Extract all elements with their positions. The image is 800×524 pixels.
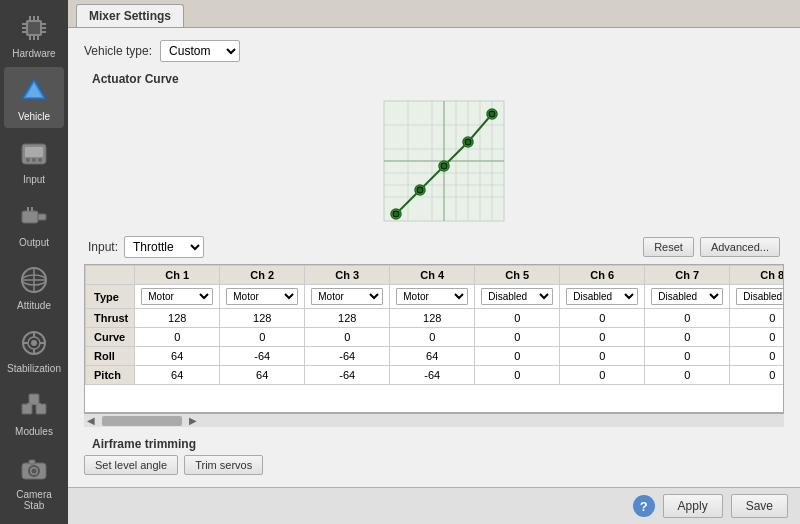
type-ch5[interactable]: MotorServoDisabled: [475, 285, 560, 309]
thrust-ch2: 128: [220, 309, 305, 328]
type-ch3[interactable]: MotorServoDisabled: [305, 285, 390, 309]
sidebar: Hardware Vehicle Input: [0, 0, 68, 524]
input-select[interactable]: Throttle Roll Pitch Yaw: [124, 236, 204, 258]
col-header-ch8: Ch 8: [730, 266, 784, 285]
airframe-title: Airframe trimming: [84, 437, 784, 451]
tab-bar: Mixer Settings: [68, 0, 800, 28]
scroll-left-arrow[interactable]: ◀: [84, 415, 98, 426]
type-ch4[interactable]: MotorServoDisabled: [390, 285, 475, 309]
svg-point-43: [32, 469, 37, 474]
roll-ch4: 64: [390, 347, 475, 366]
main-content: Mixer Settings Vehicle type: Custom Fixe…: [68, 0, 800, 524]
thrust-ch4: 128: [390, 309, 475, 328]
set-level-angle-button[interactable]: Set level angle: [84, 455, 178, 475]
svg-rect-21: [22, 211, 38, 223]
type-ch1[interactable]: MotorServoDisabled: [135, 285, 220, 309]
svg-point-35: [31, 340, 37, 346]
thrust-ch7: 0: [645, 309, 730, 328]
tab-mixer-settings[interactable]: Mixer Settings: [76, 4, 184, 27]
roll-ch3: -64: [305, 347, 390, 366]
svg-rect-22: [38, 214, 46, 220]
sidebar-item-output-label: Output: [19, 237, 49, 248]
curve-ch1: 0: [135, 328, 220, 347]
svg-rect-17: [25, 147, 43, 157]
table-wrapper: Ch 1 Ch 2 Ch 3 Ch 4 Ch 5 Ch 6 Ch 7 Ch 8 …: [84, 264, 784, 413]
col-header-ch6: Ch 6: [560, 266, 645, 285]
sidebar-item-vehicle[interactable]: Vehicle: [4, 67, 64, 128]
svg-rect-44: [29, 460, 35, 464]
table-row-thrust: Thrust 128 128 128 128 0 0 0 0 0 0: [86, 309, 785, 328]
input-row: Input: Throttle Roll Pitch Yaw Reset Adv…: [84, 236, 784, 258]
input-icon: [16, 136, 52, 172]
svg-point-62: [393, 211, 399, 217]
scroll-thumb[interactable]: [102, 416, 182, 426]
curve-ch5: 0: [475, 328, 560, 347]
svg-point-19: [32, 158, 36, 162]
scroll-right-arrow[interactable]: ▶: [186, 415, 200, 426]
apply-button[interactable]: Apply: [663, 494, 723, 518]
output-icon: [16, 199, 52, 235]
input-row-left: Input: Throttle Roll Pitch Yaw: [88, 236, 204, 258]
col-header-ch4: Ch 4: [390, 266, 475, 285]
sidebar-item-camera-stab[interactable]: Camera Stab: [4, 445, 64, 517]
type-ch8[interactable]: MotorServoDisabled: [730, 285, 784, 309]
curve-ch8: 0: [730, 328, 784, 347]
curve-ch7: 0: [645, 328, 730, 347]
table-row-type: Type MotorServoDisabled MotorServoDisabl…: [86, 285, 785, 309]
sidebar-item-input[interactable]: Input: [4, 130, 64, 191]
svg-rect-37: [36, 404, 46, 414]
modules-icon: [16, 388, 52, 424]
col-header-ch5: Ch 5: [475, 266, 560, 285]
row-label-curve: Curve: [86, 328, 135, 347]
sidebar-item-modules[interactable]: Modules: [4, 382, 64, 443]
row-label-type: Type: [86, 285, 135, 309]
sidebar-item-hardware[interactable]: Hardware: [4, 4, 64, 65]
svg-point-64: [417, 187, 423, 193]
roll-ch7: 0: [645, 347, 730, 366]
actuator-section: Actuator Curve: [76, 72, 792, 258]
vehicle-type-select[interactable]: Custom FixedWing Quadrotor Hexarotor: [160, 40, 240, 62]
stabilization-icon: [16, 325, 52, 361]
trim-servos-button[interactable]: Trim servos: [184, 455, 263, 475]
help-button[interactable]: ?: [633, 495, 655, 517]
pitch-ch4: -64: [390, 366, 475, 385]
thrust-ch5: 0: [475, 309, 560, 328]
pitch-ch2: 64: [220, 366, 305, 385]
sidebar-item-camera-stab-label: Camera Stab: [8, 489, 60, 511]
row-label-pitch: Pitch: [86, 366, 135, 385]
sidebar-item-attitude-label: Attitude: [17, 300, 51, 311]
type-ch6[interactable]: MotorServoDisabled: [560, 285, 645, 309]
pitch-ch7: 0: [645, 366, 730, 385]
save-button[interactable]: Save: [731, 494, 788, 518]
advanced-button[interactable]: Advanced...: [700, 237, 780, 257]
table-row-pitch: Pitch 64 64 -64 -64 0 0 0 0 0 0: [86, 366, 785, 385]
pitch-ch1: 64: [135, 366, 220, 385]
horizontal-scrollbar[interactable]: ◀ ▶: [84, 413, 784, 427]
thrust-ch6: 0: [560, 309, 645, 328]
svg-point-66: [441, 163, 447, 169]
reset-button[interactable]: Reset: [643, 237, 694, 257]
camera-icon: [16, 451, 52, 487]
sidebar-item-modules-label: Modules: [15, 426, 53, 437]
sidebar-item-attitude[interactable]: Attitude: [4, 256, 64, 317]
roll-ch1: 64: [135, 347, 220, 366]
chip-icon: [16, 10, 52, 46]
sidebar-item-stabilization[interactable]: Stabilization: [4, 319, 64, 380]
curve-ch4: 0: [390, 328, 475, 347]
input-row-right: Reset Advanced...: [643, 237, 780, 257]
type-ch2[interactable]: MotorServoDisabled: [220, 285, 305, 309]
col-header-ch1: Ch 1: [135, 266, 220, 285]
curve-ch3: 0: [305, 328, 390, 347]
curve-container: [84, 92, 784, 230]
svg-point-20: [38, 158, 42, 162]
type-ch7[interactable]: MotorServoDisabled: [645, 285, 730, 309]
col-header-ch2: Ch 2: [220, 266, 305, 285]
content-area: Vehicle type: Custom FixedWing Quadrotor…: [68, 28, 800, 487]
vehicle-type-label: Vehicle type:: [84, 44, 152, 58]
table-row-roll: Roll 64 -64 -64 64 0 0 0 0 0 0: [86, 347, 785, 366]
table-row-curve: Curve 0 0 0 0 0 0 0 0 0 0: [86, 328, 785, 347]
row-label-roll: Roll: [86, 347, 135, 366]
footer: ? Apply Save: [68, 487, 800, 524]
airframe-section: Airframe trimming Set level angle Trim s…: [76, 433, 792, 479]
sidebar-item-output[interactable]: Output: [4, 193, 64, 254]
